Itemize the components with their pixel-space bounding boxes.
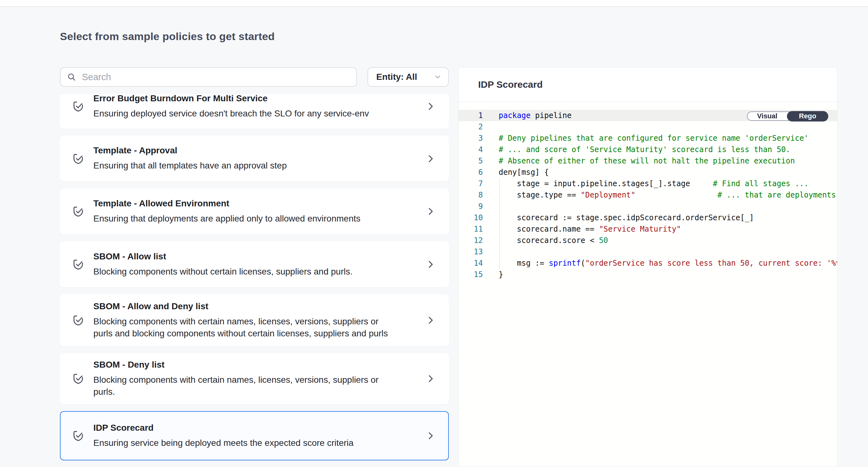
chevron-right-icon <box>426 431 436 441</box>
policy-card[interactable]: SBOM - Allow and Deny list Blocking comp… <box>60 294 449 346</box>
code-line: 15} <box>459 269 837 280</box>
code-line: 8 stage.type == "Deployment" # ... that … <box>459 189 837 201</box>
policy-shield-icon <box>71 313 85 327</box>
policy-description: Ensuring that deployments are applied on… <box>93 213 390 225</box>
search-icon <box>67 72 76 82</box>
line-number: 14 <box>459 258 483 269</box>
policy-card[interactable]: SBOM - Deny list Blocking components wit… <box>60 353 449 404</box>
policy-title: Template - Approval <box>93 145 421 155</box>
line-number: 9 <box>459 201 483 212</box>
chevron-right-icon <box>426 259 436 269</box>
search-input[interactable] <box>82 72 350 82</box>
policy-card[interactable]: IDP Scorecard Ensuring service being dep… <box>60 411 449 460</box>
policy-title: Error Budget Burndown For Multi Service <box>93 94 421 104</box>
line-number: 7 <box>459 178 483 189</box>
code-line: 6deny[msg] { <box>459 167 837 178</box>
policy-card[interactable]: SBOM - Allow list Blocking components wi… <box>60 241 449 288</box>
policy-shield-icon <box>71 152 85 166</box>
code-line: 11 scorecard.name == "Service Maturity" <box>459 224 837 235</box>
rego-mode-button[interactable]: Rego <box>787 111 828 121</box>
code-line: 2 <box>459 121 837 133</box>
policy-title: SBOM - Deny list <box>93 360 421 370</box>
chevron-right-icon <box>426 101 436 111</box>
line-number: 5 <box>459 155 483 167</box>
policy-description: Blocking components without certain lice… <box>93 266 390 278</box>
policy-card[interactable]: Template - Approval Ensuring that all te… <box>60 136 449 181</box>
policy-title: SBOM - Allow and Deny list <box>93 301 421 312</box>
policy-card[interactable]: Template - Allowed Environment Ensuring … <box>60 188 449 234</box>
entity-filter-label: Entity: All <box>376 72 417 82</box>
policy-description: Ensuring deployed service doesn't breach… <box>93 108 390 120</box>
policy-title: Template - Allowed Environment <box>93 199 421 209</box>
chevron-down-icon <box>434 73 442 81</box>
panel-header: IDP Scorecard <box>459 67 837 102</box>
page-title: Select from sample policies to get start… <box>60 30 275 42</box>
visual-mode-button[interactable]: Visual <box>747 112 787 120</box>
top-bar <box>0 0 868 7</box>
line-number: 13 <box>459 246 483 258</box>
code-line: 9 <box>459 201 837 212</box>
line-number: 3 <box>459 133 483 144</box>
panel-title: IDP Scorecard <box>478 79 543 90</box>
line-number: 1 <box>459 110 483 121</box>
code-line: 13 <box>459 246 837 258</box>
line-number: 12 <box>459 235 483 246</box>
policy-description: Blocking components with certain names, … <box>93 316 390 340</box>
code-line: 10 scorecard := stage.spec.idpScorecard.… <box>459 212 837 224</box>
line-number: 2 <box>459 121 483 133</box>
code-line: 7 stage = input.pipeline.stages[_].stage… <box>459 178 837 189</box>
line-number: 8 <box>459 189 483 201</box>
policy-shield-icon <box>71 429 85 443</box>
code-line: 14 msg := sprintf("orderService has scor… <box>459 258 837 269</box>
line-number: 4 <box>459 144 483 155</box>
chevron-right-icon <box>426 154 436 164</box>
policy-shield-icon <box>71 372 85 386</box>
code-line: 4# ... and score of 'Service Maturity' s… <box>459 144 837 155</box>
policy-title: SBOM - Allow list <box>93 252 421 262</box>
code-line: 12 scorecard.score < 50 <box>459 235 837 246</box>
chevron-right-icon <box>426 206 436 216</box>
policy-card[interactable]: Error Budget Burndown For Multi Service … <box>60 94 449 129</box>
policy-shield-icon <box>71 258 85 271</box>
policy-list: Error Budget Burndown For Multi Service … <box>60 94 449 467</box>
entity-filter-dropdown[interactable]: Entity: All <box>367 67 449 87</box>
line-number: 6 <box>459 167 483 178</box>
policy-shield-icon <box>71 99 85 113</box>
code-editor[interactable]: 1package pipeline23# Deny pipelines that… <box>459 102 837 467</box>
search-box[interactable] <box>60 67 357 87</box>
policy-description: Ensuring service being deployed meets th… <box>93 437 390 449</box>
code-line: 3# Deny pipelines that are configured fo… <box>459 133 837 144</box>
chevron-right-icon <box>426 374 436 384</box>
policy-preview-panel: IDP Scorecard 1package pipeline23# Deny … <box>458 67 837 467</box>
policy-description: Blocking components with certain names, … <box>93 374 390 398</box>
policy-title: IDP Scorecard <box>93 423 421 433</box>
policy-shield-icon <box>71 204 85 218</box>
line-number: 11 <box>459 224 483 235</box>
policy-description: Ensuring that all templates have an appr… <box>93 160 390 172</box>
line-number: 15 <box>459 269 483 280</box>
editor-mode-toggle: Visual Rego <box>747 111 828 121</box>
line-number: 10 <box>459 212 483 224</box>
code-line: 5# Absence of either of these will not h… <box>459 155 837 167</box>
chevron-right-icon <box>426 315 436 325</box>
